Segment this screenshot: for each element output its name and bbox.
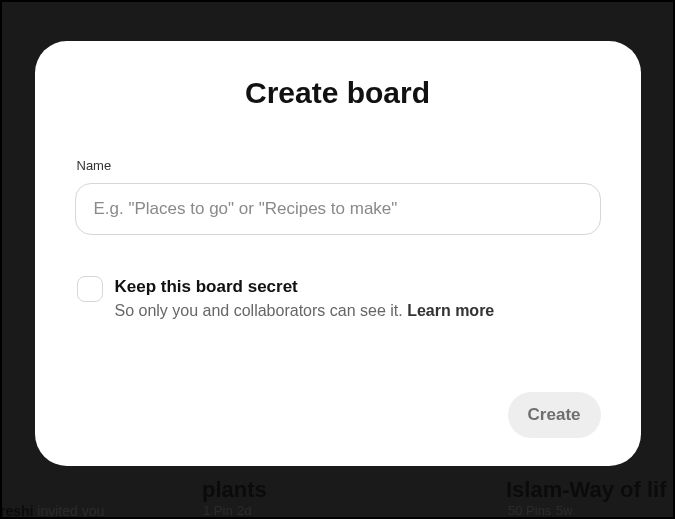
secret-title: Keep this board secret: [115, 275, 495, 299]
learn-more-link[interactable]: Learn more: [407, 302, 494, 319]
create-button[interactable]: Create: [508, 392, 601, 438]
secret-option-row: Keep this board secret So only you and c…: [77, 275, 601, 322]
create-board-modal: Create board Name Keep this board secret…: [35, 41, 641, 466]
modal-title: Create board: [75, 76, 601, 110]
name-field-label: Name: [77, 158, 601, 173]
secret-checkbox[interactable]: [77, 276, 103, 302]
board-name-input[interactable]: [75, 183, 601, 235]
modal-overlay[interactable]: Create board Name Keep this board secret…: [0, 0, 675, 519]
secret-text-block: Keep this board secret So only you and c…: [115, 275, 495, 322]
secret-description: So only you and collaborators can see it…: [115, 300, 495, 322]
